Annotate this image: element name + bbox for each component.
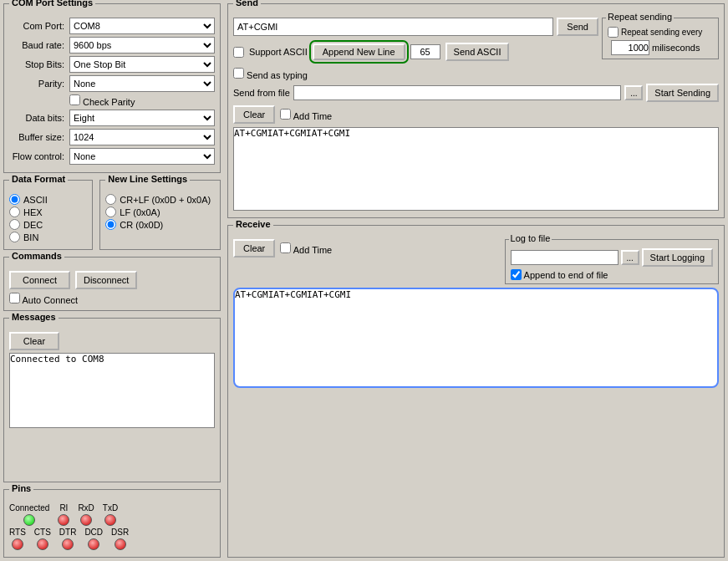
send-ascii-button[interactable]: Send ASCII	[445, 43, 510, 61]
check-parity-label[interactable]: Check Parity	[69, 97, 135, 107]
ms-label: miliseconds	[652, 43, 700, 53]
support-ascii-label: Support ASCII	[249, 47, 308, 57]
connect-button[interactable]: Connect	[9, 271, 70, 289]
commands-title: Commands	[9, 251, 64, 261]
send-button[interactable]: Send	[557, 18, 598, 36]
send-title: Send	[233, 0, 261, 8]
bin-radio[interactable]	[9, 232, 20, 242]
led-cts	[37, 538, 48, 550]
append-to-end-label[interactable]: Append to end of file	[511, 269, 713, 280]
buffer-size-label: Buffer size:	[9, 132, 69, 142]
messages-group: Messages Clear Connected to COM8	[3, 318, 221, 482]
new-line-group: New Line Settings CR+LF (0x0D + 0x0A) LF…	[99, 180, 221, 250]
send-as-typing-label[interactable]: Send as typing	[233, 70, 308, 80]
auto-connect-checkbox[interactable]	[9, 293, 20, 303]
pins-title: Pins	[9, 483, 33, 493]
start-sending-button[interactable]: Start Sending	[646, 84, 719, 102]
com-port-label: Com Port:	[9, 21, 69, 31]
data-format-group: Data Format ASCII HEX DEC BIN	[3, 180, 93, 250]
crlf-radio[interactable]	[105, 194, 116, 205]
pin-rxd: RxD	[78, 503, 94, 526]
send-textarea[interactable]: AT+CGMIAT+CGMIAT+CGMI	[233, 127, 719, 211]
left-panel: COM Port Settings Com Port: COM8 Baud ra…	[0, 0, 224, 561]
send-file-input[interactable]	[293, 85, 621, 100]
add-time-checkbox[interactable]	[280, 109, 291, 120]
receive-textarea[interactable]: AT+CGMIAT+CGMIAT+CGMI	[233, 288, 719, 388]
cr-radio[interactable]	[105, 219, 116, 230]
pin-rts: RTS	[9, 528, 26, 550]
repeat-interval-input[interactable]	[611, 40, 649, 55]
append-to-end-checkbox[interactable]	[511, 269, 522, 280]
flow-control-label: Flow control:	[9, 151, 69, 161]
stop-bits-select[interactable]: One Stop Bit	[69, 56, 215, 73]
append-new-line-button[interactable]: Append New Line	[313, 43, 405, 60]
messages-clear-button[interactable]: Clear	[9, 332, 59, 350]
hex-radio[interactable]	[9, 207, 20, 217]
parity-label: Parity:	[9, 79, 69, 89]
auto-connect-label[interactable]: Auto Connect	[9, 293, 215, 305]
send-area-wrapper: AT+CGMIAT+CGMIAT+CGMI Disable Append new…	[233, 127, 719, 212]
receive-clear-button[interactable]: Clear	[233, 239, 275, 258]
commands-group: Commands Connect Disconnect Auto Connect	[3, 257, 221, 311]
lf-radio[interactable]	[105, 207, 116, 217]
repeat-checkbox[interactable]	[608, 27, 619, 38]
pins-group: Pins Connected RI RxD	[3, 489, 221, 558]
right-panel: Send Send Support ASCII Appen	[224, 0, 728, 561]
data-bits-select[interactable]: Eight	[69, 110, 215, 126]
check-parity-checkbox[interactable]	[69, 94, 80, 105]
pin-cts: CTS	[34, 528, 51, 550]
flow-control-select[interactable]: None	[69, 148, 215, 165]
pin-dtr: DTR	[59, 528, 77, 550]
buffer-size-select[interactable]: 1024	[69, 129, 215, 145]
receive-add-time-label[interactable]: Add Time	[280, 242, 332, 255]
led-rxd	[80, 514, 92, 526]
led-dsr	[115, 538, 126, 550]
pin-dcd: DCD	[84, 528, 103, 550]
format-newline-row: Data Format ASCII HEX DEC BIN New Line S…	[0, 176, 224, 253]
led-ri	[58, 514, 69, 526]
baud-rate-label: Baud rate:	[9, 40, 69, 50]
log-file-browse-button[interactable]: ...	[621, 250, 639, 265]
parity-select[interactable]: None	[69, 75, 215, 92]
send-clear-button[interactable]: Clear	[233, 105, 275, 124]
send-from-file-label: Send from file	[233, 88, 290, 98]
send-group: Send Send Support ASCII Appen	[227, 3, 725, 218]
com-port-group: COM Port Settings Com Port: COM8 Baud ra…	[3, 3, 221, 173]
dec-radio[interactable]	[9, 219, 20, 230]
pin-connected: Connected	[9, 503, 49, 526]
com-port-title: COM Port Settings	[9, 0, 95, 8]
pin-dsr: DSR	[111, 528, 129, 550]
data-format-title: Data Format	[9, 174, 68, 184]
ascii-radio[interactable]	[9, 194, 20, 205]
messages-title: Messages	[9, 312, 59, 322]
pin-ri: RI	[58, 503, 69, 526]
led-dtr	[62, 538, 74, 550]
led-rts	[12, 538, 23, 550]
com-port-select[interactable]: COM8	[69, 18, 215, 34]
ascii-value-input[interactable]	[410, 44, 440, 59]
led-dcd	[88, 538, 99, 550]
start-logging-button[interactable]: Start Logging	[642, 248, 713, 267]
repeat-check-label[interactable]: Repeat sending every	[608, 27, 713, 38]
data-bits-label: Data bits:	[9, 113, 69, 123]
log-file-input[interactable]	[511, 250, 619, 265]
add-time-label[interactable]: Add Time	[280, 109, 332, 121]
receive-title: Receive	[233, 219, 273, 229]
send-command-input[interactable]	[233, 18, 553, 36]
receive-group: Receive Clear Add Time	[227, 225, 725, 558]
disconnect-button[interactable]: Disconnect	[75, 271, 137, 289]
pin-txd: TxD	[103, 503, 118, 526]
led-connected	[23, 514, 35, 526]
log-to-file-title: Log to file	[509, 233, 552, 243]
receive-add-time-checkbox[interactable]	[280, 242, 291, 253]
new-line-title: New Line Settings	[105, 174, 190, 184]
send-as-typing-checkbox[interactable]	[233, 68, 244, 79]
baud-rate-select[interactable]: 9600 bps	[69, 37, 215, 54]
support-ascii-checkbox[interactable]	[233, 47, 244, 58]
messages-textarea[interactable]: Connected to COM8	[9, 353, 215, 428]
stop-bits-label: Stop Bits:	[9, 59, 69, 69]
main-layout: COM Port Settings Com Port: COM8 Baud ra…	[0, 0, 728, 561]
top-row: COM Port Settings Com Port: COM8 Baud ra…	[0, 0, 728, 561]
led-txd	[104, 514, 116, 526]
send-file-browse-button[interactable]: ...	[624, 85, 643, 100]
